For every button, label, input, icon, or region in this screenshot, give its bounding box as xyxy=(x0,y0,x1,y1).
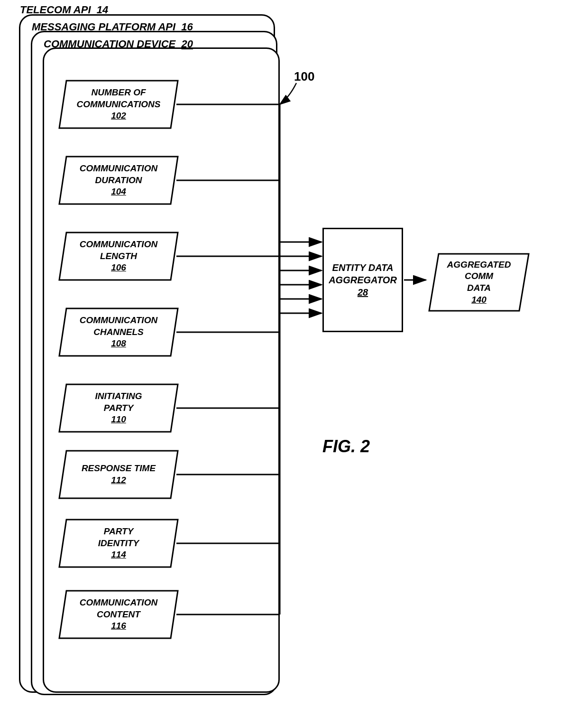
item-116: COMMUNICATIONCONTENT116 xyxy=(57,588,180,641)
item-108: COMMUNICATIONCHANNELS108 xyxy=(57,306,180,358)
item-102: NUMBER OFCOMMUNICATIONS102 xyxy=(57,78,180,130)
telecom-label: TELECOM API 14 xyxy=(20,4,108,16)
item-112: RESPONSE TIME112 xyxy=(57,448,180,501)
comm-device-label: COMMUNICATION DEVICE 20 xyxy=(44,38,193,50)
svg-text:100: 100 xyxy=(294,71,314,84)
fig-label: FIG. 2 xyxy=(322,437,370,456)
ref-100-arrow: 100 xyxy=(270,71,327,109)
item-106: COMMUNICATIONLENGTH106 xyxy=(57,230,180,282)
item-110: INITIATINGPARTY110 xyxy=(57,382,180,434)
entity-aggregator-box: ENTITY DATA AGGREGATOR 28 xyxy=(322,228,403,332)
aggregated-data: AGGREGATEDCOMMDATA140 xyxy=(427,251,531,313)
messaging-label: MESSAGING PLATFORM API 16 xyxy=(32,21,193,33)
item-104: COMMUNICATIONDURATION104 xyxy=(57,154,180,206)
item-114: PARTYIDENTITY114 xyxy=(57,517,180,569)
diagram-container: TELECOM API 14 MESSAGING PLATFORM API 16… xyxy=(0,0,588,717)
